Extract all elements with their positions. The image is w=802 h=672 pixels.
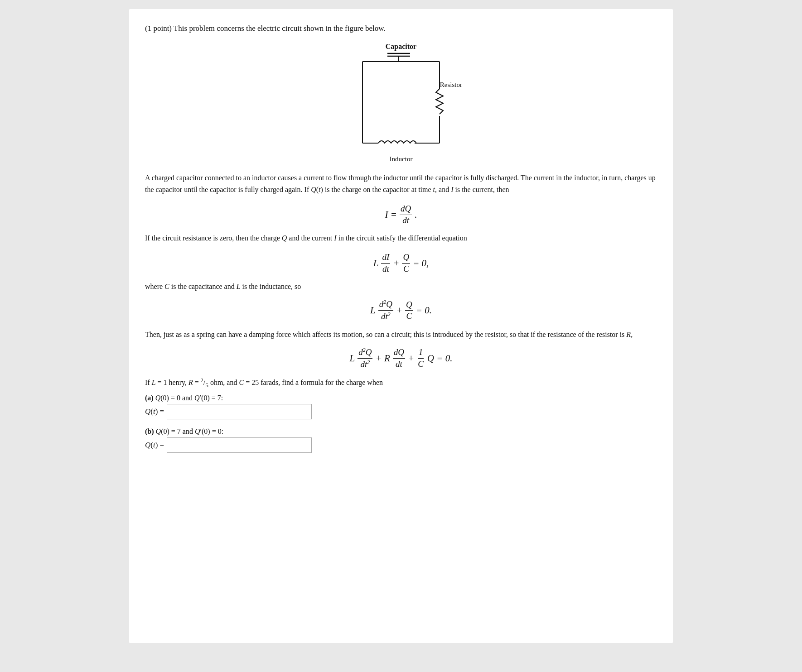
circuit-figure: Capacitor [145,43,657,163]
if-text: If L = 1 henry, R = 2/5 ohm, and C = 25 … [145,376,657,390]
part-b-condition: (b) Q(0) = 7 and Q′(0) = 0: [145,427,657,436]
circuit-diagram [344,53,458,152]
equation-2: L dI dt + Q C = 0, [145,252,657,274]
part-a-input[interactable] [167,404,312,419]
resistor-label: Resistor [440,81,462,89]
frac-q-c: Q C [402,252,410,274]
circuit-container: Capacitor [344,43,458,163]
where-text: where C is the capacitance and L is the … [145,281,657,293]
frac-d2q-dt2: d2Q dt2 [378,299,393,322]
part-b-prefix: Q(t) = [145,441,164,450]
frac-dq-dt: dQ dt [400,204,412,226]
description-para2: If the circuit resistance is zero, then … [145,232,657,244]
part-b-label: (b) [145,427,154,435]
page: (1 point) This problem concerns the elec… [129,9,673,643]
inductor-label: Inductor [344,155,458,163]
then-text: Then, just as as a spring can have a dam… [145,329,657,341]
part-a-prefix: Q(t) = [145,407,164,416]
frac-di-dt: dI dt [381,252,390,274]
equation-4: L d2Q dt2 + R dQ dt + 1 C Q = 0. [145,347,657,370]
frac-dq-dt-b: dQ dt [393,347,405,370]
part-b-input[interactable] [167,437,312,453]
part-a-condition: (a) Q(0) = 0 and Q′(0) = 7: [145,394,657,402]
frac-d2q-dt2-b: d2Q dt2 [358,347,372,370]
capacitor-label: Capacitor [344,43,458,51]
header-text: (1 point) This problem concerns the elec… [145,23,657,34]
frac-q-c-2: Q C [405,300,413,322]
part-a-answer-row: Q(t) = [145,404,657,419]
frac-1-c: 1 C [417,347,425,370]
part-a-label: (a) [145,394,154,402]
equation-1: I = dQ dt . [145,204,657,226]
equation-3: L d2Q dt2 + Q C = 0. [145,299,657,322]
description-para1: A charged capacitor connected to an indu… [145,172,657,196]
part-b-answer-row: Q(t) = [145,437,657,453]
